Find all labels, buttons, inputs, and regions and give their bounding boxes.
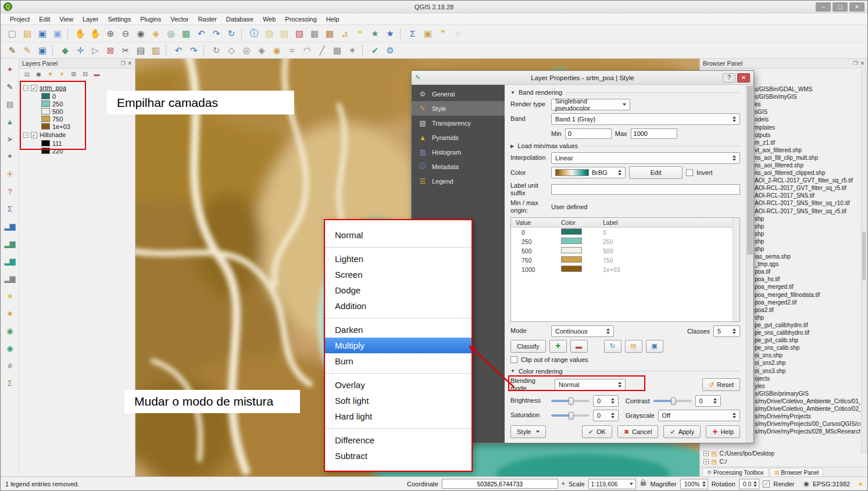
remove-value-button[interactable]: ▬ bbox=[570, 340, 588, 353]
layer-tree-row[interactable]: 750 bbox=[20, 115, 134, 123]
pan-map-icon[interactable]: ✋ bbox=[73, 27, 87, 41]
text-annotation-icon[interactable]: ❞ bbox=[436, 27, 450, 41]
scale-combo[interactable]: 1:119,606 bbox=[588, 479, 636, 489]
apply-button[interactable]: ✔Apply bbox=[663, 425, 701, 438]
rotate-point-symbols-icon[interactable]: ✶ bbox=[345, 44, 359, 58]
rotation-spinbox[interactable]: 0.0 bbox=[739, 479, 760, 489]
add-feature-icon[interactable]: ◆ bbox=[58, 44, 72, 58]
brightness-spinbox[interactable]: 0 bbox=[593, 395, 619, 407]
dialog-scrollbar[interactable] bbox=[746, 85, 753, 443]
label-unit-suffix-input[interactable] bbox=[551, 184, 740, 195]
fill-ring-icon[interactable]: ◉ bbox=[270, 44, 284, 58]
menu-item[interactable]: Settings bbox=[103, 15, 135, 24]
map-refresh-icon[interactable]: ↻ bbox=[224, 27, 238, 41]
help-button[interactable]: ✚Help bbox=[706, 425, 740, 438]
expander-icon[interactable]: + bbox=[703, 451, 709, 456]
identify-features-icon[interactable]: ⓘ bbox=[247, 27, 261, 41]
contrast-spinbox[interactable]: 0 bbox=[695, 395, 721, 407]
panel-close-icon[interactable]: ✕ bbox=[127, 60, 132, 66]
saturation-spinbox[interactable]: 0 bbox=[593, 410, 619, 421]
blend-menu-item[interactable]: Soft light bbox=[325, 393, 471, 408]
browser-drive-item[interactable]: + ▤ C:/Users/lpo/Desktop bbox=[703, 449, 860, 457]
dialog-nav-item[interactable]: ☰ Legend bbox=[412, 174, 505, 188]
remove-layer-icon[interactable]: ▬ bbox=[92, 70, 101, 78]
dialog-nav-item[interactable]: ⚙ General bbox=[412, 87, 505, 101]
min-input[interactable] bbox=[565, 128, 612, 139]
blend-menu-item[interactable]: Screen bbox=[325, 267, 471, 282]
histogram-blue-icon[interactable]: ▂▆ bbox=[3, 220, 16, 232]
layer-tree-row[interactable]: 1e+03 bbox=[20, 123, 134, 130]
crosshair-icon[interactable]: ⌖ bbox=[3, 150, 16, 162]
color-map-row[interactable]: 0 0 bbox=[511, 228, 740, 237]
layer-tree-row[interactable]: 111 bbox=[20, 139, 134, 147]
toolbar-separator[interactable] bbox=[362, 45, 365, 56]
edit-ramp-button[interactable]: Edit bbox=[629, 166, 683, 179]
add-part-icon[interactable]: ◈ bbox=[255, 44, 269, 58]
panel-close-icon[interactable]: ✕ bbox=[860, 60, 865, 66]
table-scrollbar[interactable] bbox=[733, 218, 740, 321]
paste-features-icon[interactable]: ▥ bbox=[149, 44, 163, 58]
metasearch-icon[interactable]: ◌ bbox=[451, 27, 465, 41]
dialog-help-button[interactable]: ? bbox=[723, 73, 735, 83]
toolbar-separator[interactable] bbox=[203, 45, 206, 56]
simplify-feature-icon[interactable]: ◇ bbox=[224, 44, 238, 58]
merge-features-icon[interactable]: ▦ bbox=[330, 44, 344, 58]
grayscale-combo[interactable]: Off bbox=[658, 410, 740, 421]
blend-menu-item[interactable]: Normal bbox=[325, 227, 471, 243]
reshape-features-icon[interactable]: ◠ bbox=[300, 44, 314, 58]
select-pointer-icon[interactable]: ➤ bbox=[3, 133, 16, 145]
epsg-code[interactable]: EPSG:31982 bbox=[813, 481, 850, 488]
expander-icon[interactable]: − bbox=[23, 132, 28, 138]
save-color-map-button[interactable]: ▣ bbox=[646, 340, 663, 353]
dialog-title-bar[interactable]: ✎ Layer Properties - srtm_poa | Style ? … bbox=[412, 71, 753, 85]
browser-drive-item[interactable]: + ▤ C:/ bbox=[703, 457, 860, 465]
epsg-globe-icon[interactable]: ◉ bbox=[803, 480, 809, 488]
add-value-button[interactable]: ✚ bbox=[549, 340, 567, 353]
pan-to-selection-icon[interactable]: ✋ bbox=[88, 27, 102, 41]
blend-menu-item[interactable]: Burn bbox=[325, 353, 471, 369]
globe-teal-icon[interactable]: ◉ bbox=[3, 342, 16, 354]
zoom-full-icon[interactable]: ◈ bbox=[149, 27, 163, 41]
offset-curve-icon[interactable]: ≈ bbox=[285, 44, 299, 58]
check-geometries-icon[interactable]: ✔ bbox=[368, 44, 382, 58]
dock-tab[interactable]: ⚙ Processing Toolbox bbox=[702, 468, 769, 476]
georeferencer-icon[interactable]: ✛ bbox=[3, 168, 16, 180]
blend-menu-item[interactable]: Dodge bbox=[325, 282, 471, 298]
render-type-combo[interactable]: Singleband pseudocolor bbox=[551, 99, 630, 110]
lock-scale-icon[interactable] bbox=[641, 482, 646, 486]
expand-all-icon[interactable]: ⊞ bbox=[69, 70, 78, 78]
toolbar-separator[interactable] bbox=[52, 45, 55, 56]
grid-icon[interactable]: # bbox=[3, 360, 16, 371]
histogram-gray-icon[interactable]: ▂▆ bbox=[3, 273, 16, 284]
panel-float-icon[interactable]: ❐ bbox=[853, 60, 858, 66]
cancel-button[interactable]: ✖Cancel bbox=[617, 425, 658, 438]
raster-stats-icon[interactable]: Σ bbox=[3, 377, 16, 389]
redo-icon[interactable]: ↷ bbox=[187, 44, 201, 58]
zoom-in-icon[interactable]: ⊕ bbox=[103, 27, 117, 41]
menu-item[interactable]: Help bbox=[322, 15, 344, 24]
zoom-native-icon[interactable]: ◉ bbox=[134, 27, 148, 41]
layer-tree-row[interactable]: 220 bbox=[20, 147, 134, 155]
blend-menu-item[interactable]: Darken bbox=[325, 318, 471, 338]
menu-item[interactable]: Web bbox=[258, 15, 280, 24]
ok-button[interactable]: ✔OK bbox=[582, 425, 612, 438]
select-by-expression-icon[interactable]: ▨ bbox=[277, 27, 291, 41]
statistics-sigma-icon[interactable]: Σ bbox=[3, 203, 16, 214]
new-bookmark-icon[interactable]: ★ bbox=[368, 27, 382, 41]
magnifier-spinbox[interactable]: 100% bbox=[680, 479, 708, 489]
menu-item[interactable]: Project bbox=[5, 15, 34, 24]
split-features-icon[interactable]: ╱ bbox=[315, 44, 329, 58]
saturation-slider[interactable] bbox=[551, 414, 590, 417]
interpolation-combo[interactable]: Linear bbox=[551, 152, 740, 164]
move-feature-icon[interactable]: ✛ bbox=[73, 44, 87, 58]
log-messages-icon[interactable]: ● bbox=[858, 479, 863, 488]
terrain-profile-icon[interactable]: ▲ bbox=[3, 116, 16, 127]
clip-checkbox[interactable] bbox=[510, 356, 517, 363]
toolbar-separator[interactable] bbox=[67, 28, 70, 40]
add-group-icon[interactable]: ▤ bbox=[23, 70, 31, 78]
reload-values-button[interactable]: ↻ bbox=[604, 340, 621, 353]
menu-item[interactable]: View bbox=[55, 15, 78, 24]
minimize-button[interactable]: – bbox=[816, 2, 831, 12]
filter-expression-icon[interactable]: ▼ bbox=[58, 70, 66, 78]
layer-styling-icon[interactable]: ✦ bbox=[3, 63, 16, 75]
